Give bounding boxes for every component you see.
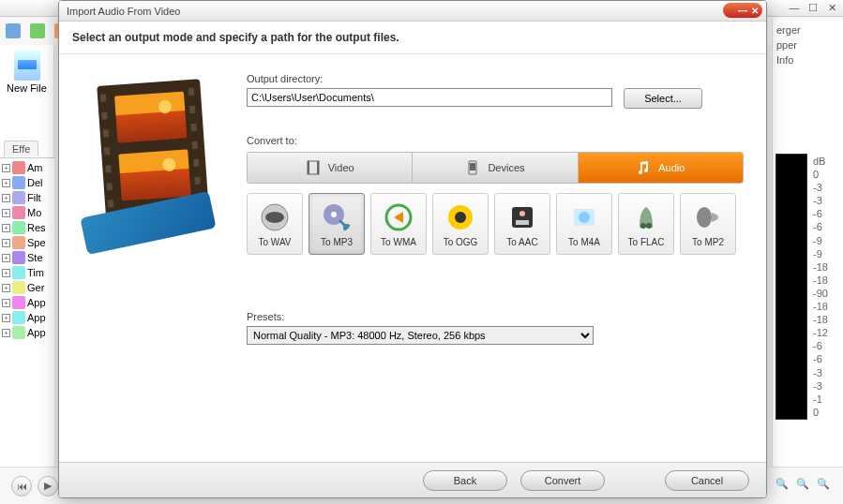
svg-rect-1 xyxy=(308,161,309,174)
tree-item[interactable]: +Spe xyxy=(2,235,53,250)
parent-rightpanel: ergerpperInfo dB0-3-3-6-6-9-9-18-18-90-1… xyxy=(772,19,843,467)
presets-label: Presets: xyxy=(247,311,744,322)
tree-item-icon xyxy=(12,311,25,324)
format-to-aac[interactable]: To AAC xyxy=(494,193,550,255)
format-icon xyxy=(383,201,414,233)
format-icon xyxy=(444,201,476,233)
import-audio-dialog: Import Audio From Video — ✕ Select an ou… xyxy=(58,0,767,498)
svg-point-19 xyxy=(646,223,652,229)
tree-expand-icon[interactable]: + xyxy=(2,224,10,232)
tree-expand-icon[interactable]: + xyxy=(2,299,10,307)
format-to-wav[interactable]: To WAV xyxy=(247,193,303,255)
tree-item[interactable]: +Mo xyxy=(2,205,53,220)
tree-item-icon xyxy=(12,176,25,189)
dialog-title: Import Audio From Video xyxy=(67,6,180,17)
tree-item[interactable]: +Tim xyxy=(2,265,53,280)
dialog-instruction: Select an output mode and specify a path… xyxy=(59,22,766,54)
tree-item-label: Ger xyxy=(27,282,44,293)
format-label: To M4A xyxy=(568,237,600,247)
svg-rect-4 xyxy=(470,163,475,170)
right-panel-label: erger xyxy=(776,22,839,37)
dialog-hero-image xyxy=(59,54,247,478)
tree-expand-icon[interactable]: + xyxy=(2,239,10,247)
back-button[interactable]: Back xyxy=(423,470,507,491)
preset-select[interactable]: Normal Quality - MP3: 48000 Hz, Stereo, … xyxy=(247,326,594,345)
tree-expand-icon[interactable]: + xyxy=(2,284,10,292)
convert-button[interactable]: Convert xyxy=(520,470,605,491)
output-dir-input[interactable] xyxy=(247,88,612,107)
tree-expand-icon[interactable]: + xyxy=(2,254,10,262)
tree-item-label: Am xyxy=(27,162,43,173)
tree-expand-icon[interactable]: + xyxy=(2,164,10,172)
zoom-fit-icon[interactable]: 🔍 xyxy=(815,478,832,495)
svg-point-18 xyxy=(640,223,646,229)
new-file-label: New File xyxy=(0,82,53,94)
minimize-icon: — xyxy=(738,6,747,16)
tree-item[interactable]: +Am xyxy=(2,160,53,175)
tree-item[interactable]: +Ste xyxy=(2,250,53,265)
cancel-button[interactable]: Cancel xyxy=(665,470,749,491)
format-to-mp3[interactable]: To MP3 xyxy=(309,193,365,255)
svg-rect-2 xyxy=(317,161,319,174)
parent-close-icon[interactable]: ✕ xyxy=(826,2,837,13)
svg-rect-15 xyxy=(516,220,529,225)
format-to-flac[interactable]: To FLAC xyxy=(618,193,674,255)
zoom-out-icon[interactable]: 🔍 xyxy=(794,478,811,495)
new-file-button[interactable]: New File xyxy=(0,45,53,99)
tree-item-icon xyxy=(12,326,25,339)
svg-point-12 xyxy=(455,212,466,223)
svg-point-14 xyxy=(519,211,525,216)
select-dir-button[interactable]: Select... xyxy=(624,88,702,109)
tree-item[interactable]: +App xyxy=(2,310,53,325)
toolbar-icon[interactable] xyxy=(30,23,45,38)
tree-item-label: Spe xyxy=(27,237,46,248)
tree-expand-icon[interactable]: + xyxy=(2,209,10,217)
format-grid: To WAVTo MP3To WMATo OGGTo AACTo M4ATo F… xyxy=(247,193,744,255)
tree-expand-icon[interactable]: + xyxy=(2,269,10,277)
tree-item-icon xyxy=(12,161,25,174)
format-to-wma[interactable]: To WMA xyxy=(370,193,427,255)
prev-button[interactable]: ⏮ xyxy=(11,476,32,497)
parent-max-icon[interactable]: ☐ xyxy=(807,2,819,13)
dialog-close-button[interactable]: — ✕ xyxy=(723,3,762,18)
format-icon xyxy=(692,201,724,233)
tree-item[interactable]: +Del xyxy=(2,175,53,190)
format-to-mp2[interactable]: To MP2 xyxy=(680,193,736,255)
play-button[interactable]: ▶ xyxy=(38,476,58,497)
tree-item-label: Filt xyxy=(27,192,41,203)
svg-point-8 xyxy=(331,212,337,217)
tree-expand-icon[interactable]: + xyxy=(2,329,10,337)
dialog-titlebar: Import Audio From Video — ✕ xyxy=(59,1,766,22)
tree-item[interactable]: +App xyxy=(2,295,53,310)
toolbar-icon[interactable] xyxy=(6,23,21,38)
dialog-footer: Back Convert Cancel xyxy=(59,462,766,497)
format-to-ogg[interactable]: To OGG xyxy=(432,193,489,255)
convert-tabs: Video Devices Audio xyxy=(247,152,744,184)
parent-min-icon[interactable]: — xyxy=(789,2,800,13)
tree-expand-icon[interactable]: + xyxy=(2,194,10,202)
tab-video[interactable]: Video xyxy=(248,153,413,183)
level-meter xyxy=(775,154,807,420)
tree-item-label: App xyxy=(27,297,46,308)
tree-item[interactable]: +App xyxy=(2,325,53,340)
format-icon xyxy=(321,201,353,233)
tab-devices[interactable]: Devices xyxy=(413,153,578,183)
tree-expand-icon[interactable]: + xyxy=(2,314,10,322)
format-icon xyxy=(630,201,662,233)
tree-item-icon xyxy=(12,221,25,234)
svg-point-6 xyxy=(265,212,284,223)
tree-item-icon xyxy=(12,206,25,219)
tree-item[interactable]: +Res xyxy=(2,220,53,235)
meter-scale: dB0-3-3-6-6-9-9-18-18-90-18-18-12-6-6-3-… xyxy=(809,154,837,420)
tree-item-label: Ste xyxy=(27,252,43,263)
format-label: To AAC xyxy=(506,237,537,247)
format-to-m4a[interactable]: To M4A xyxy=(556,193,612,255)
svg-point-20 xyxy=(697,207,712,228)
effects-tab[interactable]: Effe xyxy=(4,141,38,156)
tree-expand-icon[interactable]: + xyxy=(2,179,10,187)
tree-item-icon xyxy=(12,296,25,309)
tree-item[interactable]: +Ger xyxy=(2,280,53,295)
tree-item[interactable]: +Filt xyxy=(2,190,53,205)
tab-audio[interactable]: Audio xyxy=(579,153,743,183)
zoom-in-icon[interactable]: 🔍 xyxy=(774,478,790,495)
